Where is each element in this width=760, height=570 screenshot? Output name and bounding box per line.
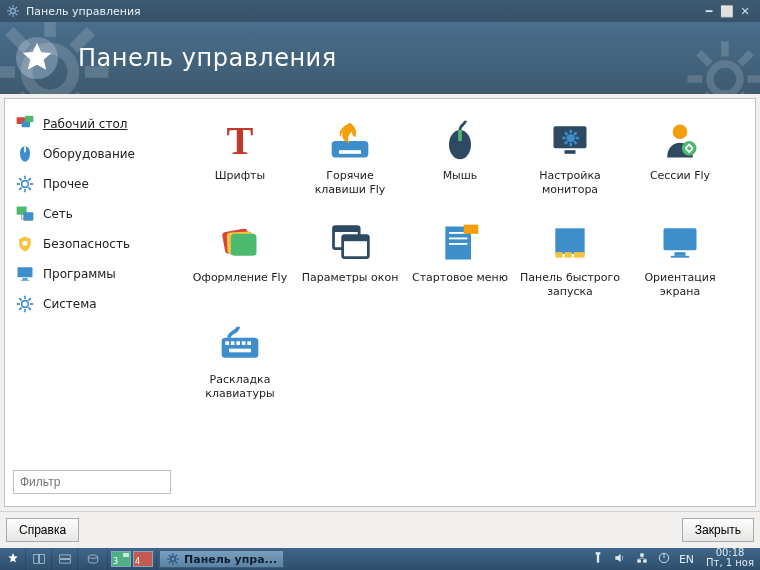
taskbar-windows-button[interactable] xyxy=(52,548,78,570)
sidebar-item-hardware[interactable]: Оборудование xyxy=(11,139,175,169)
titlebar-close-button[interactable]: ✕ xyxy=(736,5,754,18)
sidebar: Рабочий стол Оборудование Прочее Сеть xyxy=(5,99,175,506)
settings-grid: Шрифты Горячие клавиши Fly Мышь Настройк… xyxy=(175,99,755,506)
desktop-switcher[interactable]: 3 4 xyxy=(108,548,157,570)
programs-icon xyxy=(15,264,35,284)
header-banner: Панель управления xyxy=(0,22,760,94)
tile-label: Мышь xyxy=(443,169,478,183)
other-icon xyxy=(15,174,35,194)
tray-usb-icon[interactable] xyxy=(591,551,605,568)
tile-mouse[interactable]: Мышь xyxy=(405,113,515,215)
tile-label: Оформление Fly xyxy=(193,271,287,285)
tile-kblayout[interactable]: Раскладка клавиатуры xyxy=(185,317,295,419)
sidebar-item-label: Программы xyxy=(43,267,116,281)
desktop-icon xyxy=(15,114,35,134)
network-icon xyxy=(15,204,35,224)
sidebar-item-label: Сеть xyxy=(43,207,73,221)
taskbar-active-task[interactable]: Панель упра... xyxy=(159,550,284,568)
sidebar-item-security[interactable]: Безопасность xyxy=(11,229,175,259)
tile-hotkeys[interactable]: Горячие клавиши Fly xyxy=(295,113,405,215)
sidebar-item-network[interactable]: Сеть xyxy=(11,199,175,229)
sidebar-item-system[interactable]: Система xyxy=(11,289,175,319)
sidebar-item-label: Рабочий стол xyxy=(43,117,127,131)
window-titlebar: Панель управления ━ ⬜ ✕ xyxy=(0,0,760,22)
taskbar-disk-button[interactable] xyxy=(78,548,108,570)
taskbar-panes-button[interactable] xyxy=(26,548,52,570)
tile-sessions[interactable]: Сессии Fly xyxy=(625,113,735,215)
start-button[interactable] xyxy=(0,548,26,570)
tile-monitor[interactable]: Настройка монитора xyxy=(515,113,625,215)
tile-label: Горячие клавиши Fly xyxy=(299,169,401,197)
task-app-icon xyxy=(166,552,180,566)
mouse-icon xyxy=(438,119,482,163)
sidebar-item-programs[interactable]: Программы xyxy=(11,259,175,289)
dialog-button-row: Справка Закрыть xyxy=(0,511,760,548)
tile-label: Стартовое меню xyxy=(412,271,508,285)
tile-fonts[interactable]: Шрифты xyxy=(185,113,295,215)
tile-label: Параметры окон xyxy=(302,271,399,285)
theme-icon xyxy=(218,221,262,265)
tile-quickpanel[interactable]: Панель быстрого запуска xyxy=(515,215,625,317)
titlebar-minimize-button[interactable]: ━ xyxy=(700,5,718,18)
system-tray: EN xyxy=(585,548,700,570)
tray-keyboard-layout[interactable]: EN xyxy=(679,553,694,566)
clock-date: Пт, 1 ноя xyxy=(706,558,754,568)
windows-icon xyxy=(328,221,372,265)
system-icon xyxy=(15,294,35,314)
tile-label: Сессии Fly xyxy=(650,169,710,183)
tile-label: Панель быстрого запуска xyxy=(519,271,621,299)
tile-label: Настройка монитора xyxy=(519,169,621,197)
titlebar-app-icon xyxy=(6,4,20,18)
sidebar-item-desktop[interactable]: Рабочий стол xyxy=(11,109,175,139)
tile-label: Раскладка клавиатуры xyxy=(189,373,291,401)
sidebar-item-other[interactable]: Прочее xyxy=(11,169,175,199)
sidebar-item-label: Оборудование xyxy=(43,147,135,161)
sidebar-item-label: Прочее xyxy=(43,177,89,191)
desktop-4[interactable]: 4 xyxy=(133,551,153,567)
fonts-icon xyxy=(218,119,262,163)
tray-volume-icon[interactable] xyxy=(613,551,627,568)
filter-box xyxy=(13,470,171,494)
tile-startmenu[interactable]: Стартовое меню xyxy=(405,215,515,317)
task-label: Панель упра... xyxy=(184,553,277,566)
startmenu-icon xyxy=(438,221,482,265)
titlebar-maximize-button[interactable]: ⬜ xyxy=(718,5,736,18)
tray-network-icon[interactable] xyxy=(635,551,649,568)
shield-icon xyxy=(15,234,35,254)
taskbar: 3 4 Панель упра... EN 00:18 Пт, 1 ноя xyxy=(0,548,760,570)
sidebar-item-label: Безопасность xyxy=(43,237,130,251)
tile-window-params[interactable]: Параметры окон xyxy=(295,215,405,317)
desktop-3[interactable]: 3 xyxy=(111,551,131,567)
taskbar-clock[interactable]: 00:18 Пт, 1 ноя xyxy=(700,548,760,570)
quickpanel-icon xyxy=(548,221,592,265)
keyboard-icon xyxy=(218,323,262,367)
sidebar-item-label: Система xyxy=(43,297,97,311)
orientation-icon xyxy=(658,221,702,265)
hardware-icon xyxy=(15,144,35,164)
tile-label: Ориентация экрана xyxy=(629,271,731,299)
tile-label: Шрифты xyxy=(215,169,265,183)
titlebar-title: Панель управления xyxy=(26,5,141,18)
monitor-settings-icon xyxy=(548,119,592,163)
tray-power-icon[interactable] xyxy=(657,551,671,568)
help-button[interactable]: Справка xyxy=(6,518,79,542)
sessions-icon xyxy=(658,119,702,163)
filter-input[interactable] xyxy=(13,470,171,494)
hotkeys-icon xyxy=(328,119,372,163)
tile-orientation[interactable]: Ориентация экрана xyxy=(625,215,735,317)
close-button[interactable]: Закрыть xyxy=(682,518,754,542)
tile-theme[interactable]: Оформление Fly xyxy=(185,215,295,317)
